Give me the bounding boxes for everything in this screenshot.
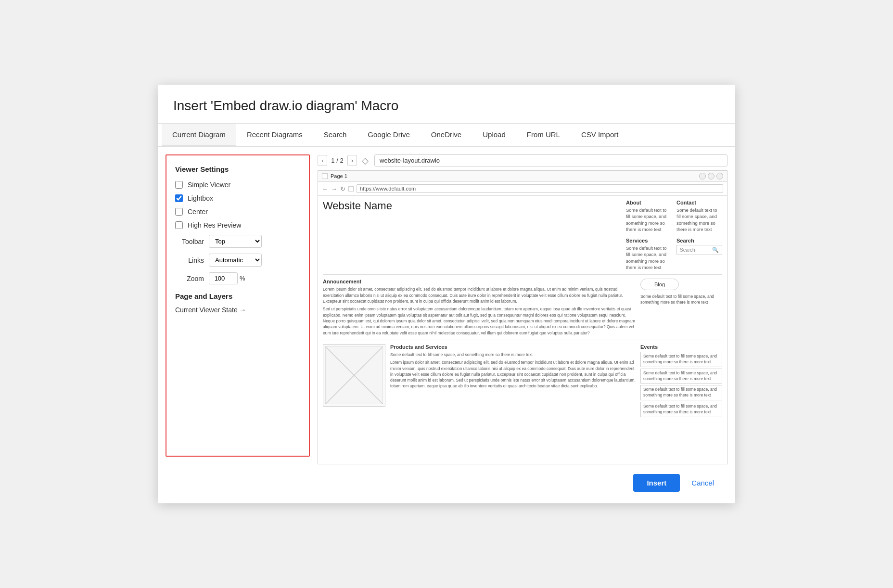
web-image-placeholder — [323, 344, 385, 407]
web-services-text: Some default text to fill some space, an… — [626, 245, 672, 270]
web-about-text: Some default text to fill some space, an… — [626, 207, 672, 232]
toolbar-row: Toolbar Top Bottom Left Right None — [175, 235, 300, 248]
web-page-tab: Page 1 — [322, 173, 347, 179]
zoom-row: Zoom % — [175, 272, 300, 284]
web-header-row: Website Name About Some default text to … — [323, 200, 722, 270]
web-left-content: Website Name About Some default text to … — [323, 200, 722, 419]
web-products-text-1: Some default text to fill some space, an… — [390, 352, 636, 358]
footer-actions: Insert Cancel — [158, 464, 735, 492]
cancel-button[interactable]: Cancel — [686, 474, 720, 492]
web-event-item-0: Some default text to fill some space, an… — [640, 352, 722, 367]
web-refresh-icon: ↻ — [340, 185, 345, 192]
diagram-toolbar: ‹ 1 / 2 › ◇ — [318, 154, 727, 166]
web-search-title: Search — [676, 238, 722, 243]
web-announcement-section: Announcement Lorem ipsum dolor sit amet,… — [323, 279, 636, 336]
tab-onedrive[interactable]: OneDrive — [421, 124, 472, 147]
web-events-title: Events — [640, 344, 722, 350]
web-search-placeholder: Search — [680, 247, 695, 253]
web-circle-1 — [699, 173, 706, 179]
web-events-section: Events Some default text to fill some sp… — [640, 344, 722, 419]
left-panel: Viewer Settings Simple Viewer Lightbox C… — [166, 154, 310, 457]
lightbox-checkbox[interactable] — [175, 194, 183, 202]
web-announcement-text-2: Sed ut perspiciatis unde omnis iste natu… — [323, 306, 636, 336]
web-about-col: About Some default text to fill some spa… — [626, 200, 672, 270]
links-label: Links — [175, 256, 204, 264]
tab-upload[interactable]: Upload — [472, 124, 516, 147]
web-blog-section: Blog Some default text to fill some spac… — [640, 279, 722, 336]
tab-current-diagram[interactable]: Current Diagram — [162, 124, 236, 147]
web-about-title: About — [626, 200, 672, 205]
web-url-bar: https://www.default.com — [357, 184, 723, 193]
page-total: 2 — [340, 157, 343, 164]
web-contact-title: Contact — [676, 200, 722, 205]
zoom-input[interactable] — [209, 272, 238, 284]
viewer-settings-title: Viewer Settings — [175, 165, 300, 173]
web-search-icon: 🔍 — [712, 247, 719, 253]
web-lock-icon — [348, 186, 354, 192]
web-tab-checkbox — [322, 173, 328, 179]
links-row: Links Automatic Blank Self — [175, 254, 300, 267]
web-right-cols: About Some default text to fill some spa… — [626, 200, 722, 270]
right-panel: ‹ 1 / 2 › ◇ Page 1 — [310, 147, 735, 464]
web-event-item-3: Some default text to fill some space, an… — [640, 402, 722, 417]
web-back-icon: ← — [322, 185, 328, 192]
web-blog-text: Some default text to fill some space, an… — [640, 294, 722, 306]
center-label: Center — [188, 208, 208, 216]
web-announcement-text-1: Lorem ipsum dolor sit amet, consectetur … — [323, 286, 636, 304]
simple-viewer-row: Simple Viewer — [175, 181, 300, 189]
web-body-area: Website Name About Some default text to … — [318, 196, 727, 422]
web-forward-icon: → — [331, 185, 337, 192]
web-search-box: Search 🔍 — [676, 245, 722, 255]
web-contact-text: Some default text to fill some space, an… — [676, 207, 722, 232]
modal-container: Insert 'Embed draw.io diagram' Macro Cur… — [158, 85, 735, 503]
web-window-controls — [699, 173, 723, 179]
high-res-preview-row: High Res Preview — [175, 221, 300, 229]
lightbox-row: Lightbox — [175, 194, 300, 202]
simple-viewer-checkbox[interactable] — [175, 181, 183, 189]
toolbar-label: Toolbar — [175, 238, 204, 245]
links-select[interactable]: Automatic Blank Self — [209, 254, 262, 267]
tab-search[interactable]: Search — [313, 124, 357, 147]
page-indicator: 1 / 2 — [331, 157, 343, 164]
web-image-x-svg — [325, 346, 383, 404]
web-site-section: Website Name — [323, 200, 621, 270]
page-layers-title: Page and Layers — [175, 292, 300, 300]
modal-title: Insert 'Embed draw.io diagram' Macro — [158, 85, 735, 124]
tabs-bar: Current Diagram Recent Diagrams Search G… — [158, 124, 735, 147]
high-res-preview-label: High Res Preview — [188, 221, 241, 229]
zoom-label: Zoom — [175, 275, 204, 282]
next-page-button[interactable]: › — [347, 155, 357, 166]
web-circle-2 — [708, 173, 714, 179]
web-announcement-row: Announcement Lorem ipsum dolor sit amet,… — [323, 274, 722, 336]
web-circle-3 — [716, 173, 723, 179]
web-event-item-2: Some default text to fill some space, an… — [640, 385, 722, 400]
current-viewer-state-link[interactable]: Current Viewer State → — [175, 306, 300, 314]
high-res-preview-checkbox[interactable] — [175, 221, 183, 229]
filename-input[interactable] — [374, 154, 727, 166]
toolbar-select[interactable]: Top Bottom Left Right None — [209, 235, 262, 248]
web-products-title: Products and Services — [390, 344, 636, 350]
diagram-shape-icon: ◇ — [362, 155, 369, 166]
prev-page-button[interactable]: ‹ — [318, 155, 327, 166]
center-checkbox[interactable] — [175, 208, 183, 216]
web-announcement-title: Announcement — [323, 279, 636, 284]
web-products-section: Products and Services Some default text … — [390, 344, 636, 419]
web-services-title: Services — [626, 238, 672, 243]
insert-button[interactable]: Insert — [633, 474, 680, 492]
web-event-item-1: Some default text to fill some space, an… — [640, 369, 722, 384]
web-blog-button[interactable]: Blog — [640, 279, 679, 290]
web-page-tab-label: Page 1 — [331, 173, 347, 179]
diagram-preview: Page 1 ← → ↻ https://w — [318, 170, 727, 464]
web-browser-bar: ← → ↻ https://www.default.com — [318, 182, 727, 196]
center-row: Center — [175, 208, 300, 216]
tab-google-drive[interactable]: Google Drive — [357, 124, 421, 147]
tab-from-url[interactable]: From URL — [516, 124, 571, 147]
simple-viewer-label: Simple Viewer — [188, 181, 230, 189]
page-current: 1 — [331, 157, 334, 164]
main-content: Viewer Settings Simple Viewer Lightbox C… — [158, 147, 735, 464]
tab-recent-diagrams[interactable]: Recent Diagrams — [236, 124, 313, 147]
tab-csv-import[interactable]: CSV Import — [571, 124, 629, 147]
zoom-unit: % — [240, 275, 245, 282]
web-preview: Page 1 ← → ↻ https://w — [318, 171, 727, 464]
web-contact-col: Contact Some default text to fill some s… — [676, 200, 722, 270]
